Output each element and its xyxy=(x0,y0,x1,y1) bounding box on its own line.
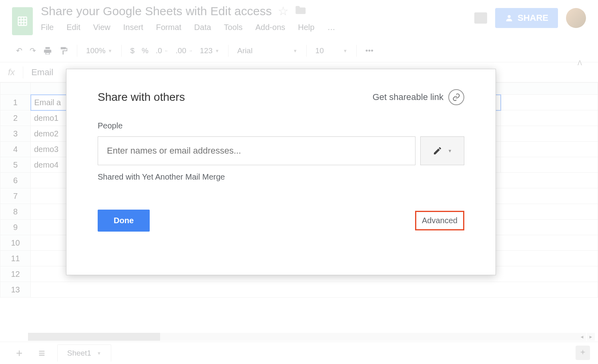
pencil-icon xyxy=(433,146,442,156)
dialog-title: Share with others xyxy=(98,91,185,104)
share-dialog: Share with others Get shareable link Peo… xyxy=(66,69,496,275)
permission-dropdown[interactable]: ▼ xyxy=(420,136,464,165)
done-button[interactable]: Done xyxy=(98,210,150,232)
chevron-down-icon: ▼ xyxy=(448,148,452,153)
get-shareable-link-label: Get shareable link xyxy=(373,92,443,102)
people-label: People xyxy=(98,121,464,130)
get-shareable-link-button[interactable]: Get shareable link xyxy=(373,89,464,105)
people-input[interactable] xyxy=(98,136,415,165)
advanced-button[interactable]: Advanced xyxy=(415,211,464,230)
shared-with-text: Shared with Yet Another Mail Merge xyxy=(98,172,464,182)
link-icon xyxy=(448,89,464,105)
